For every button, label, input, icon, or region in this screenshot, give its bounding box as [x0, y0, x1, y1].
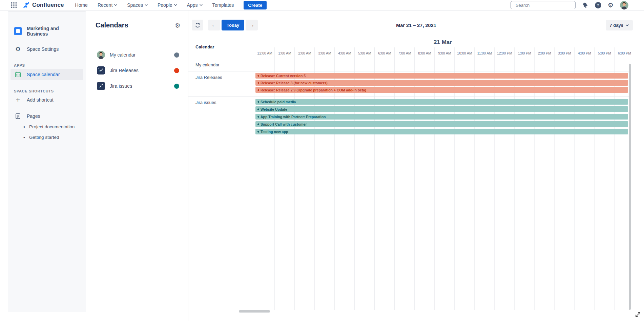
- search-box[interactable]: [511, 1, 576, 9]
- nav-item-templates[interactable]: Templates: [212, 2, 234, 8]
- jira-app-icon: [97, 82, 105, 90]
- bullet-icon: •: [23, 125, 25, 129]
- confluence-logo-icon: [23, 2, 30, 8]
- chevron-down-icon: [114, 4, 117, 6]
- today-button[interactable]: Today: [222, 20, 244, 30]
- calendar-event[interactable]: Release: Release 3 (for new customers): [255, 80, 628, 86]
- calendar-event[interactable]: Schedule paid media: [255, 99, 628, 105]
- resize-handle-icon[interactable]: [634, 311, 642, 320]
- row-label: Jira issues: [195, 100, 216, 105]
- event-continues-left-icon: [257, 101, 259, 103]
- nav-item-home[interactable]: Home: [75, 2, 88, 8]
- nav-item-spaces[interactable]: Spaces: [127, 2, 148, 8]
- time-label: 4:00 PM: [575, 47, 595, 59]
- calendar-toolbar: ← Today →: [192, 20, 258, 30]
- calendar-name: Jira issues: [110, 83, 132, 89]
- calendars-settings-gear-icon[interactable]: ⚙: [175, 22, 181, 29]
- user-calendar-avatar: [97, 51, 105, 59]
- calendar-color-dot[interactable]: [174, 52, 179, 58]
- time-label: 6:00 AM: [375, 47, 395, 59]
- calendar-grid: 21 Mar Calendar 12:00 AM1:00 AM2:00 AM3:…: [188, 32, 644, 321]
- time-label: 1:00 AM: [275, 47, 295, 59]
- primary-nav: HomeRecentSpacesPeopleAppsTemplates: [75, 2, 234, 8]
- chevron-down-icon: [200, 4, 203, 6]
- time-label: 3:00 AM: [315, 47, 335, 59]
- settings-gear-icon[interactable]: ⚙: [608, 2, 614, 8]
- event-continues-left-icon: [257, 82, 259, 84]
- calendar-list-item-jira-releases[interactable]: Jira Releases: [86, 63, 188, 78]
- nav-item-label: Apps: [187, 2, 198, 8]
- jira-app-icon: [97, 66, 105, 74]
- nav-item-apps[interactable]: Apps: [187, 2, 203, 8]
- event-title: Testing new app: [261, 130, 288, 134]
- create-button[interactable]: Create: [244, 1, 267, 9]
- previous-period-button[interactable]: ←: [208, 20, 220, 30]
- calendar-event[interactable]: Website Update: [255, 106, 628, 112]
- calendars-panel: Calendars ⚙ My calendarJira ReleasesJira…: [86, 10, 188, 321]
- next-period-button[interactable]: →: [246, 20, 258, 30]
- row-label: My calendar: [195, 62, 220, 67]
- notifications-bell-icon[interactable]: [582, 2, 588, 8]
- view-selector-button[interactable]: 7 days: [606, 20, 633, 30]
- event-title: Release: Release 2.9 (Upgrade preparatio…: [261, 88, 366, 92]
- calendar-list-item-my-calendar[interactable]: My calendar: [86, 47, 188, 63]
- nav-item-label: Home: [75, 2, 88, 8]
- calendar-column-header: Calendar: [195, 44, 214, 49]
- calendars-list: My calendarJira ReleasesJira issues: [86, 47, 188, 94]
- refresh-icon: [195, 22, 201, 28]
- chevron-down-icon: [626, 24, 629, 26]
- sidebar-item-space-calendar[interactable]: Space calendar: [11, 69, 83, 80]
- calendar-color-dot[interactable]: [174, 68, 179, 73]
- chevron-down-icon: [174, 4, 177, 6]
- refresh-button[interactable]: [192, 20, 203, 30]
- time-label: 2:00 AM: [295, 47, 315, 59]
- calendar-icon: [14, 71, 22, 78]
- calendar-event[interactable]: Release: Release 2.9 (Upgrade preparatio…: [255, 87, 628, 93]
- product-name: Confluence: [32, 2, 64, 8]
- sidebar-page-link-project-documentation[interactable]: •Project documentation: [11, 122, 83, 132]
- bullet-icon: •: [23, 135, 25, 140]
- user-avatar[interactable]: [620, 1, 628, 9]
- horizontal-scrollbar-thumb[interactable]: [239, 310, 270, 313]
- calendar-row-jira-releases: Jira ReleasesRelease: Current version 5R…: [188, 71, 631, 97]
- nav-item-people[interactable]: People: [158, 2, 177, 8]
- calendar-row-jira-issues: Jira issuesSchedule paid mediaWebsite Up…: [188, 97, 631, 310]
- space-name: Marketing and Business: [27, 26, 80, 37]
- nav-item-label: Recent: [98, 2, 112, 8]
- help-icon[interactable]: ?: [595, 2, 601, 8]
- sidebar-space-header[interactable]: Marketing and Business: [11, 23, 83, 39]
- vertical-scrollbar-thumb[interactable]: [629, 64, 631, 310]
- calendar-row-my-calendar: My calendar: [188, 59, 631, 71]
- calendar-event[interactable]: Support Call with customer: [255, 121, 628, 127]
- event-title: Release: Current version 5: [261, 74, 306, 78]
- sidebar-item-space-settings[interactable]: ⚙ Space Settings: [11, 44, 83, 55]
- sidebar-section-space-shortcuts: SPACE SHORTCUTS: [8, 89, 86, 93]
- nav-item-label: Spaces: [127, 2, 143, 8]
- pages-icon: [14, 113, 22, 119]
- sidebar-item-pages[interactable]: Pages: [11, 111, 83, 122]
- nav-item-label: Templates: [212, 2, 234, 8]
- confluence-window: Confluence HomeRecentSpacesPeopleAppsTem…: [0, 0, 644, 321]
- calendar-color-dot[interactable]: [174, 84, 179, 89]
- time-label: 8:00 AM: [415, 47, 435, 59]
- time-label: 11:00 AM: [475, 47, 495, 59]
- time-label: 7:00 AM: [395, 47, 415, 59]
- event-title: App Training with Partner: Preparation: [261, 115, 326, 119]
- space-sidebar: Marketing and Business ⚙ Space Settings …: [8, 11, 86, 312]
- sidebar-item-add-shortcut[interactable]: + Add shortcut: [11, 94, 83, 105]
- time-label: 6:00 PM: [615, 47, 631, 59]
- calendar-list-item-jira-issues[interactable]: Jira issues: [86, 78, 188, 94]
- nav-item-recent[interactable]: Recent: [98, 2, 117, 8]
- calendar-event[interactable]: Release: Current version 5: [255, 73, 628, 79]
- space-avatar-icon: [14, 27, 22, 35]
- event-continues-left-icon: [257, 116, 259, 118]
- search-input[interactable]: [516, 3, 575, 8]
- app-switcher-icon[interactable]: [11, 2, 17, 8]
- event-title: Website Update: [261, 107, 287, 111]
- sidebar-page-link-getting-started[interactable]: •Getting started: [11, 132, 83, 143]
- confluence-logo[interactable]: Confluence: [23, 2, 64, 8]
- calendar-event[interactable]: Testing new app: [255, 129, 628, 134]
- calendar-rows: My calendarJira ReleasesRelease: Current…: [188, 59, 631, 310]
- calendar-event[interactable]: App Training with Partner: Preparation: [255, 114, 628, 120]
- time-label: 3:00 PM: [555, 47, 575, 59]
